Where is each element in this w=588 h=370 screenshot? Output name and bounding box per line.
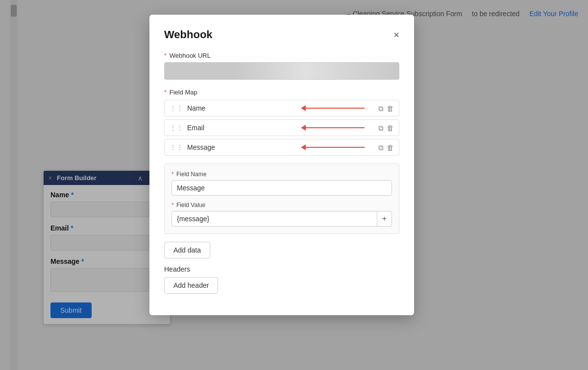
field-map-section: * Field Map ⋮⋮ Name ⧉ 🗑 ⋮⋮ Email	[164, 89, 399, 156]
field-value-input[interactable]	[172, 211, 377, 226]
headers-label: Headers	[164, 265, 399, 273]
add-data-btn[interactable]: Add data	[164, 242, 210, 258]
field-value-input-container: +	[172, 211, 392, 227]
arrow-head-email	[301, 125, 306, 131]
arrow-head-message	[301, 144, 306, 150]
drag-icon-name: ⋮⋮	[170, 104, 183, 112]
arrow-line-name	[306, 108, 365, 109]
copy-name-btn[interactable]: ⧉	[378, 105, 384, 112]
modal-close-btn[interactable]: ×	[393, 30, 399, 40]
delete-name-btn[interactable]: 🗑	[387, 105, 394, 112]
arrow-annotation-email	[301, 125, 365, 131]
field-row-message: ⋮⋮ Message ⧉ 🗑	[164, 139, 399, 156]
drag-icon-email: ⋮⋮	[170, 124, 183, 132]
arrow-head-name	[301, 105, 306, 111]
copy-message-btn[interactable]: ⧉	[378, 144, 384, 151]
drag-icon-message: ⋮⋮	[170, 143, 183, 151]
arrow-line-message	[306, 147, 365, 148]
delete-email-btn[interactable]: 🗑	[387, 124, 394, 132]
field-value-row: * Field Value +	[172, 202, 392, 227]
arrow-annotation-name	[301, 105, 365, 111]
modal-title: Webhook	[164, 28, 213, 41]
field-name-row: * Field Name	[172, 171, 392, 196]
arrow-annotation-message	[301, 144, 365, 150]
field-value-required-dot: *	[172, 202, 174, 208]
field-row-name-actions: ⧉ 🗑	[378, 105, 394, 112]
field-name-input[interactable]	[172, 180, 392, 196]
field-name-required-dot: *	[172, 171, 174, 178]
webhook-url-label: * Webhook URL	[164, 52, 399, 59]
field-name-detail-label: * Field Name	[172, 171, 392, 178]
field-map-label: * Field Map	[164, 89, 399, 96]
field-value-detail-label: * Field Value	[172, 202, 392, 208]
field-row-email-actions: ⧉ 🗑	[378, 124, 394, 132]
modal-header: Webhook ×	[164, 28, 399, 41]
field-row-message-actions: ⧉ 🗑	[378, 144, 394, 151]
copy-email-btn[interactable]: ⧉	[378, 124, 384, 132]
field-map-required-dot: *	[164, 89, 167, 96]
arrow-line-email	[306, 127, 365, 128]
delete-message-btn[interactable]: 🗑	[387, 144, 394, 151]
add-header-btn[interactable]: Add header	[164, 277, 218, 294]
field-row-name: ⋮⋮ Name ⧉ 🗑	[164, 100, 399, 116]
webhook-required-dot: *	[164, 52, 167, 59]
field-row-email: ⋮⋮ Email ⧉ 🗑	[164, 119, 399, 136]
field-value-add-btn[interactable]: +	[377, 211, 392, 226]
webhook-modal: Webhook × * Webhook URL * Field Map ⋮⋮ N…	[149, 15, 414, 315]
field-detail-panel: * Field Name * Field Value +	[164, 163, 399, 234]
webhook-url-input[interactable]	[164, 62, 399, 80]
